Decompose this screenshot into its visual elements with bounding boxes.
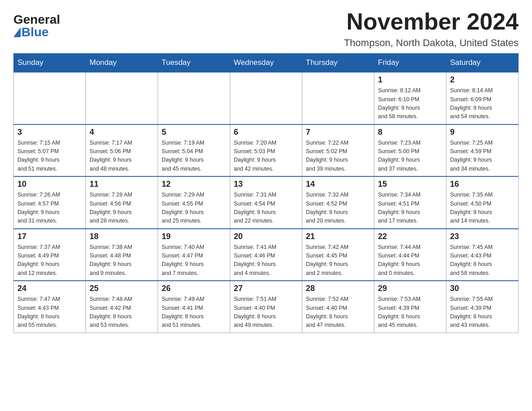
day-number: 24 bbox=[17, 284, 82, 293]
calendar-cell bbox=[86, 72, 158, 124]
day-info: Sunrise: 7:23 AM Sunset: 5:00 PM Dayligh… bbox=[378, 139, 442, 174]
calendar-cell: 27Sunrise: 7:51 AM Sunset: 4:40 PM Dayli… bbox=[230, 281, 302, 333]
calendar-cell: 15Sunrise: 7:34 AM Sunset: 4:51 PM Dayli… bbox=[374, 176, 446, 229]
week-row-2: 3Sunrise: 7:15 AM Sunset: 5:07 PM Daylig… bbox=[14, 124, 519, 177]
weekday-header-monday: Monday bbox=[86, 54, 158, 73]
day-info: Sunrise: 7:42 AM Sunset: 4:45 PM Dayligh… bbox=[306, 243, 370, 278]
day-number: 4 bbox=[90, 128, 154, 137]
day-info: Sunrise: 7:47 AM Sunset: 4:43 PM Dayligh… bbox=[17, 295, 82, 330]
day-info: Sunrise: 7:25 AM Sunset: 4:59 PM Dayligh… bbox=[450, 139, 515, 174]
day-number: 14 bbox=[306, 180, 370, 189]
page-header: General Blue November 2024 Thompson, Nor… bbox=[13, 9, 519, 49]
calendar-cell bbox=[14, 72, 86, 124]
day-number: 22 bbox=[378, 232, 442, 241]
day-number: 13 bbox=[234, 180, 298, 189]
weekday-header-thursday: Thursday bbox=[302, 54, 374, 73]
logo: General Blue bbox=[13, 9, 60, 39]
day-number: 27 bbox=[234, 284, 298, 293]
weekday-header-tuesday: Tuesday bbox=[158, 54, 230, 73]
day-info: Sunrise: 7:49 AM Sunset: 4:41 PM Dayligh… bbox=[162, 295, 226, 330]
calendar-cell: 5Sunrise: 7:19 AM Sunset: 5:04 PM Daylig… bbox=[158, 124, 230, 177]
day-number: 19 bbox=[162, 232, 226, 241]
day-info: Sunrise: 7:51 AM Sunset: 4:40 PM Dayligh… bbox=[234, 295, 298, 330]
day-number: 11 bbox=[90, 180, 154, 189]
day-info: Sunrise: 7:52 AM Sunset: 4:40 PM Dayligh… bbox=[306, 295, 370, 330]
day-number: 9 bbox=[450, 128, 515, 137]
calendar-cell: 3Sunrise: 7:15 AM Sunset: 5:07 PM Daylig… bbox=[14, 124, 86, 177]
month-title: November 2024 bbox=[344, 9, 519, 34]
day-info: Sunrise: 7:40 AM Sunset: 4:47 PM Dayligh… bbox=[162, 243, 226, 278]
day-info: Sunrise: 7:44 AM Sunset: 4:44 PM Dayligh… bbox=[378, 243, 442, 278]
day-info: Sunrise: 8:12 AM Sunset: 6:10 PM Dayligh… bbox=[378, 86, 442, 121]
calendar-cell: 18Sunrise: 7:38 AM Sunset: 4:48 PM Dayli… bbox=[86, 229, 158, 281]
calendar-cell: 24Sunrise: 7:47 AM Sunset: 4:43 PM Dayli… bbox=[14, 281, 86, 333]
day-info: Sunrise: 7:22 AM Sunset: 5:02 PM Dayligh… bbox=[306, 139, 370, 174]
weekday-header-saturday: Saturday bbox=[446, 54, 519, 73]
day-number: 26 bbox=[162, 284, 226, 293]
day-info: Sunrise: 7:20 AM Sunset: 5:03 PM Dayligh… bbox=[234, 139, 298, 174]
day-number: 6 bbox=[234, 128, 298, 137]
day-info: Sunrise: 7:35 AM Sunset: 4:50 PM Dayligh… bbox=[450, 191, 515, 226]
weekday-header-wednesday: Wednesday bbox=[230, 54, 302, 73]
calendar-cell: 25Sunrise: 7:48 AM Sunset: 4:42 PM Dayli… bbox=[86, 281, 158, 333]
calendar-cell: 21Sunrise: 7:42 AM Sunset: 4:45 PM Dayli… bbox=[302, 229, 374, 281]
calendar-table: SundayMondayTuesdayWednesdayThursdayFrid… bbox=[13, 53, 519, 333]
day-info: Sunrise: 7:17 AM Sunset: 5:06 PM Dayligh… bbox=[90, 139, 154, 174]
day-number: 18 bbox=[90, 232, 154, 241]
calendar-cell: 29Sunrise: 7:53 AM Sunset: 4:39 PM Dayli… bbox=[374, 281, 446, 333]
day-number: 29 bbox=[378, 284, 442, 293]
calendar-cell bbox=[158, 72, 230, 124]
day-info: Sunrise: 7:34 AM Sunset: 4:51 PM Dayligh… bbox=[378, 191, 442, 226]
logo-general-text: General bbox=[13, 13, 60, 26]
day-number: 28 bbox=[306, 284, 370, 293]
calendar-cell: 20Sunrise: 7:41 AM Sunset: 4:46 PM Dayli… bbox=[230, 229, 302, 281]
day-number: 12 bbox=[162, 180, 226, 189]
calendar-cell: 22Sunrise: 7:44 AM Sunset: 4:44 PM Dayli… bbox=[374, 229, 446, 281]
day-number: 23 bbox=[450, 232, 515, 241]
logo-triangle-icon bbox=[13, 27, 21, 37]
week-row-1: 1Sunrise: 8:12 AM Sunset: 6:10 PM Daylig… bbox=[14, 72, 519, 124]
day-number: 1 bbox=[378, 75, 442, 85]
weekday-header-sunday: Sunday bbox=[14, 54, 86, 73]
day-number: 2 bbox=[450, 75, 515, 85]
calendar-cell bbox=[230, 72, 302, 124]
calendar-cell: 14Sunrise: 7:32 AM Sunset: 4:52 PM Dayli… bbox=[302, 176, 374, 229]
day-number: 7 bbox=[306, 128, 370, 137]
calendar-cell: 1Sunrise: 8:12 AM Sunset: 6:10 PM Daylig… bbox=[374, 72, 446, 124]
calendar-cell: 13Sunrise: 7:31 AM Sunset: 4:54 PM Dayli… bbox=[230, 176, 302, 229]
week-row-3: 10Sunrise: 7:26 AM Sunset: 4:57 PM Dayli… bbox=[14, 176, 519, 229]
calendar-cell: 28Sunrise: 7:52 AM Sunset: 4:40 PM Dayli… bbox=[302, 281, 374, 333]
calendar-cell: 16Sunrise: 7:35 AM Sunset: 4:50 PM Dayli… bbox=[446, 176, 519, 229]
calendar-cell: 4Sunrise: 7:17 AM Sunset: 5:06 PM Daylig… bbox=[86, 124, 158, 177]
day-info: Sunrise: 7:29 AM Sunset: 4:55 PM Dayligh… bbox=[162, 191, 226, 226]
day-number: 5 bbox=[162, 128, 226, 137]
calendar-cell: 9Sunrise: 7:25 AM Sunset: 4:59 PM Daylig… bbox=[446, 124, 519, 177]
calendar-cell: 17Sunrise: 7:37 AM Sunset: 4:49 PM Dayli… bbox=[14, 229, 86, 281]
day-number: 15 bbox=[378, 180, 442, 189]
day-number: 21 bbox=[306, 232, 370, 241]
calendar-cell: 26Sunrise: 7:49 AM Sunset: 4:41 PM Dayli… bbox=[158, 281, 230, 333]
calendar-cell: 11Sunrise: 7:28 AM Sunset: 4:56 PM Dayli… bbox=[86, 176, 158, 229]
day-number: 8 bbox=[378, 128, 442, 137]
day-info: Sunrise: 7:48 AM Sunset: 4:42 PM Dayligh… bbox=[90, 295, 154, 330]
calendar-cell: 12Sunrise: 7:29 AM Sunset: 4:55 PM Dayli… bbox=[158, 176, 230, 229]
day-number: 20 bbox=[234, 232, 298, 241]
logo-blue-text: Blue bbox=[21, 26, 49, 39]
calendar-cell: 19Sunrise: 7:40 AM Sunset: 4:47 PM Dayli… bbox=[158, 229, 230, 281]
day-number: 3 bbox=[17, 128, 82, 137]
calendar-cell: 23Sunrise: 7:45 AM Sunset: 4:43 PM Dayli… bbox=[446, 229, 519, 281]
day-info: Sunrise: 7:45 AM Sunset: 4:43 PM Dayligh… bbox=[450, 243, 515, 278]
day-number: 16 bbox=[450, 180, 515, 189]
title-section: November 2024 Thompson, North Dakota, Un… bbox=[344, 9, 519, 49]
day-number: 30 bbox=[450, 284, 515, 293]
week-row-4: 17Sunrise: 7:37 AM Sunset: 4:49 PM Dayli… bbox=[14, 229, 519, 281]
day-info: Sunrise: 7:38 AM Sunset: 4:48 PM Dayligh… bbox=[90, 243, 154, 278]
day-info: Sunrise: 7:32 AM Sunset: 4:52 PM Dayligh… bbox=[306, 191, 370, 226]
calendar-cell bbox=[302, 72, 374, 124]
day-number: 10 bbox=[17, 180, 82, 189]
day-info: Sunrise: 8:14 AM Sunset: 6:09 PM Dayligh… bbox=[450, 86, 515, 121]
day-info: Sunrise: 7:15 AM Sunset: 5:07 PM Dayligh… bbox=[17, 139, 82, 174]
day-info: Sunrise: 7:55 AM Sunset: 4:39 PM Dayligh… bbox=[450, 295, 515, 330]
day-info: Sunrise: 7:41 AM Sunset: 4:46 PM Dayligh… bbox=[234, 243, 298, 278]
day-info: Sunrise: 7:19 AM Sunset: 5:04 PM Dayligh… bbox=[162, 139, 226, 174]
